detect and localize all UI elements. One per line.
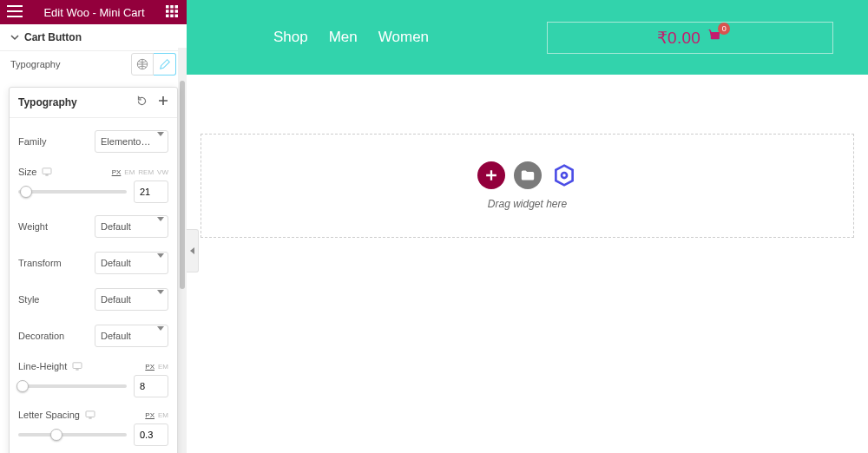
unit-vw[interactable]: VW (157, 168, 168, 176)
plus-addon-button[interactable] (550, 161, 578, 189)
typography-popover: Typography Family Elementor fo… Size PX … (9, 87, 178, 453)
line-height-input[interactable] (134, 375, 168, 397)
svg-rect-20 (711, 33, 720, 39)
plus-icon (485, 169, 497, 181)
svg-rect-0 (166, 5, 169, 9)
empty-section-dropzone[interactable]: Drag widget here (201, 134, 854, 238)
line-height-label: Line-Height (18, 361, 67, 371)
weight-label: Weight (18, 221, 48, 232)
decoration-select[interactable]: Default (95, 325, 168, 347)
template-library-button[interactable] (514, 161, 542, 189)
svg-rect-8 (174, 14, 178, 17)
chevron-left-icon (190, 247, 194, 254)
sidebar-scrollbar-thumb[interactable] (180, 81, 185, 289)
svg-point-22 (562, 174, 566, 177)
decoration-label: Decoration (18, 331, 64, 341)
cart-icon: 0 (706, 28, 723, 48)
editor-title: Edit Woo - Mini Cart (43, 6, 144, 19)
family-row: Family Elementor fo… (18, 123, 168, 160)
typography-label: Typography (10, 59, 60, 69)
cart-price: ₹0.00 (657, 28, 700, 48)
size-slider-thumb[interactable] (20, 186, 32, 198)
letter-spacing-input[interactable] (134, 423, 168, 446)
svg-rect-7 (170, 14, 174, 17)
popover-title: Typography (18, 96, 77, 108)
nav-men[interactable]: Men (329, 29, 358, 46)
size-input[interactable] (134, 181, 168, 203)
svg-rect-1 (170, 5, 174, 9)
preview-canvas: Shop Men Women ₹0.00 0 Drag widget here (187, 0, 868, 453)
svg-rect-4 (170, 10, 174, 13)
collapse-sidebar-handle[interactable] (187, 229, 199, 272)
sidebar-scrollbar[interactable] (178, 48, 187, 453)
dropzone-text: Drag widget here (488, 198, 567, 210)
header-section: Shop Men Women ₹0.00 0 (187, 0, 868, 75)
globe-icon (136, 58, 148, 70)
cart-badge: 0 (718, 23, 730, 35)
nav-shop[interactable]: Shop (273, 29, 308, 46)
editor-topbar: Edit Woo - Mini Cart (0, 0, 187, 24)
transform-select[interactable]: Default (95, 252, 168, 274)
section-label: Cart Button (24, 31, 82, 43)
unit-em[interactable]: EM (124, 168, 135, 176)
caret-down-icon (10, 33, 19, 42)
edit-typography-button[interactable] (154, 53, 176, 76)
letter-spacing-label: Letter Spacing (18, 410, 80, 420)
family-label: Family (18, 136, 46, 147)
line-height-slider[interactable] (18, 379, 127, 393)
style-label: Style (18, 294, 39, 305)
size-units: PX EM REM VW (112, 168, 168, 176)
responsive-icon[interactable] (42, 167, 52, 176)
size-slider[interactable] (18, 185, 127, 199)
style-select[interactable]: Default (95, 288, 168, 311)
svg-rect-15 (76, 369, 79, 370)
svg-rect-6 (166, 14, 169, 17)
svg-rect-5 (174, 10, 178, 13)
typography-row: Typography (0, 48, 187, 81)
reset-icon[interactable] (136, 95, 148, 109)
size-label: Size (18, 167, 36, 177)
responsive-icon[interactable] (72, 362, 82, 371)
unit-rem[interactable]: REM (138, 168, 154, 176)
pencil-icon (159, 58, 171, 70)
globe-button[interactable] (131, 53, 154, 76)
family-select[interactable]: Elementor fo… (95, 130, 168, 153)
svg-rect-13 (46, 174, 49, 175)
responsive-icon[interactable] (85, 410, 95, 419)
plugin-logo-icon (552, 163, 576, 187)
svg-rect-3 (166, 10, 169, 13)
svg-rect-12 (43, 168, 51, 174)
mini-cart-widget[interactable]: ₹0.00 0 (547, 22, 833, 54)
nav-women[interactable]: Women (378, 29, 429, 46)
weight-select[interactable]: Default (95, 215, 168, 238)
hamburger-icon[interactable] (7, 5, 23, 20)
letter-spacing-slider[interactable] (18, 428, 127, 442)
add-section-button[interactable] (477, 161, 505, 189)
svg-rect-16 (86, 411, 95, 417)
add-icon[interactable] (158, 95, 168, 109)
chevron-down-icon (157, 136, 164, 147)
svg-rect-17 (89, 417, 91, 418)
unit-px[interactable]: PX (112, 168, 122, 176)
svg-rect-2 (174, 5, 178, 9)
folder-icon (521, 169, 535, 181)
transform-label: Transform (18, 258, 62, 268)
svg-rect-14 (73, 363, 82, 369)
family-value: Elementor fo… (101, 136, 152, 147)
apps-grid-icon[interactable] (166, 5, 180, 20)
